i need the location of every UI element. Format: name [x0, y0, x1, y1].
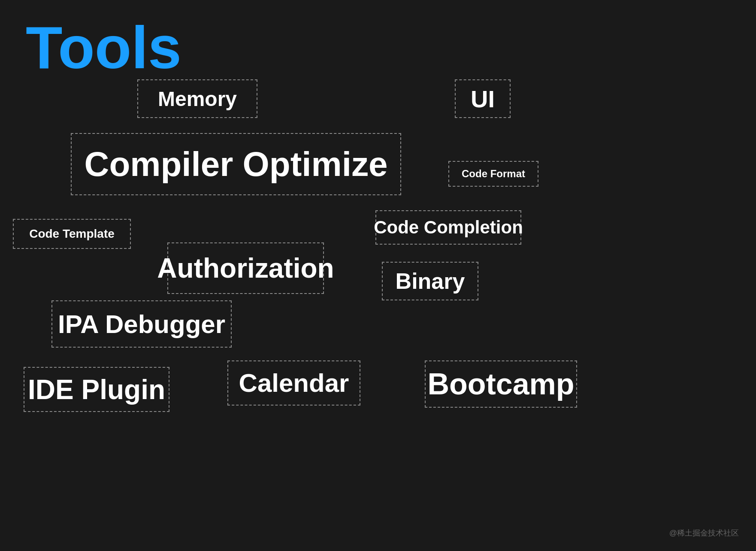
- tag-bootcamp: Bootcamp: [425, 360, 577, 408]
- tag-code-format: Code Format: [448, 161, 538, 187]
- tag-code-completion: Code Completion: [375, 210, 521, 245]
- watermark: @稀土掘金技术社区: [669, 528, 739, 538]
- tag-calendar: Calendar: [227, 360, 360, 406]
- tag-ipa-debugger: IPA Debugger: [51, 300, 232, 348]
- tag-ide-plugin: IDE Plugin: [24, 367, 169, 412]
- tag-ui: UI: [455, 79, 511, 118]
- tag-compiler-optimize: Compiler Optimize: [71, 133, 401, 195]
- page-title: Tools: [26, 13, 181, 82]
- tag-memory: Memory: [137, 79, 257, 118]
- tag-authorization: Authorization: [167, 242, 324, 294]
- tag-code-template: Code Template: [13, 219, 131, 249]
- tag-binary: Binary: [382, 262, 478, 300]
